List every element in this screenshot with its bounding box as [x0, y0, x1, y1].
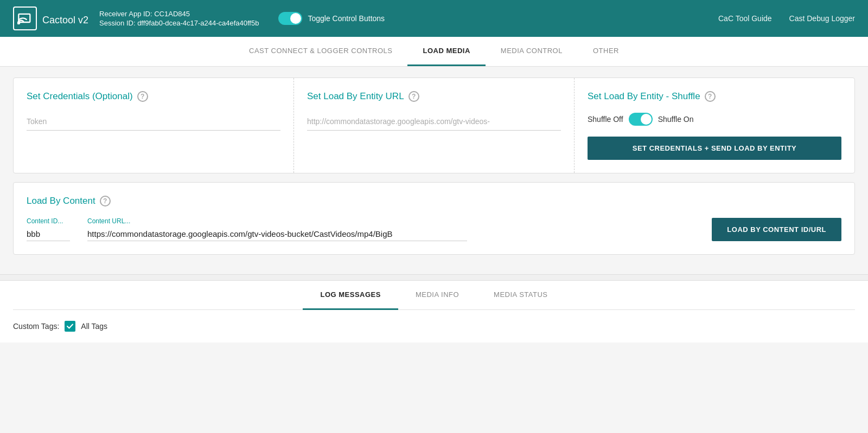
card-credentials: Set Credentials (Optional) ?: [14, 78, 294, 173]
shuffle-toggle[interactable]: [629, 113, 653, 126]
logo: Cactool v2: [13, 7, 88, 30]
load-entity-url-help-icon[interactable]: ?: [409, 91, 419, 102]
load-content-help-icon[interactable]: ?: [100, 196, 111, 206]
toggle-label: Toggle Control Buttons: [308, 14, 385, 23]
card-credentials-title: Set Credentials (Optional) ?: [27, 91, 280, 102]
toggle-switch[interactable]: [278, 12, 302, 25]
custom-tags-label: Custom Tags:: [13, 322, 59, 331]
header-nav: CaC Tool Guide Cast Debug Logger: [718, 14, 855, 23]
cast-icon: [13, 7, 37, 30]
cast-debug-logger-link[interactable]: Cast Debug Logger: [789, 14, 855, 23]
tab-media-control[interactable]: MEDIA CONTROL: [486, 37, 578, 66]
entity-url-input[interactable]: [307, 113, 561, 131]
section-divider: [0, 274, 868, 281]
session-id: Session ID: dff9fab0-dcea-4c17-a244-ca4e…: [99, 19, 259, 27]
content-id-group: Content ID... bbb: [27, 217, 70, 241]
content-id-label: Content ID...: [27, 217, 70, 225]
shuffle-off-label: Shuffle Off: [588, 115, 623, 124]
tab-media-info[interactable]: MEDIA INFO: [398, 281, 476, 310]
bottom-section: LOG MESSAGES MEDIA INFO MEDIA STATUS Cus…: [0, 281, 868, 342]
receiver-app-id: Receiver App ID: CC1AD845: [99, 10, 259, 18]
tab-cast-connect[interactable]: CAST CONNECT & LOGGER CONTROLS: [234, 37, 407, 66]
main-tabs-bar: CAST CONNECT & LOGGER CONTROLS LOAD MEDI…: [0, 37, 868, 67]
content-url-value[interactable]: https://commondatastorage.googleapis.com…: [87, 227, 467, 241]
tab-load-media[interactable]: LOAD MEDIA: [407, 37, 485, 66]
set-credentials-send-load-button[interactable]: SET CREDENTIALS + SEND LOAD BY ENTITY: [588, 137, 841, 160]
card-load-entity-shuffle-title: Set Load By Entity - Shuffle ?: [588, 91, 841, 102]
logo-text: Cactool v2: [42, 10, 88, 27]
tab-media-status[interactable]: MEDIA STATUS: [476, 281, 565, 310]
main-content: Set Credentials (Optional) ? Set Load By…: [0, 67, 868, 274]
load-content-title: Load By Content ?: [27, 196, 841, 206]
bottom-tabs-bar: LOG MESSAGES MEDIA INFO MEDIA STATUS: [13, 281, 855, 310]
app-header: Cactool v2 Receiver App ID: CC1AD845 Ses…: [0, 0, 868, 37]
load-entity-shuffle-help-icon[interactable]: ?: [705, 91, 716, 102]
all-tags-label: All Tags: [81, 322, 107, 331]
tab-log-messages[interactable]: LOG MESSAGES: [303, 281, 398, 310]
tab-other[interactable]: OTHER: [578, 37, 634, 66]
token-input[interactable]: [27, 113, 280, 131]
toggle-control[interactable]: Toggle Control Buttons: [278, 12, 385, 25]
shuffle-row: Shuffle Off Shuffle On: [588, 113, 841, 126]
content-id-value[interactable]: bbb: [27, 227, 70, 241]
load-content-card: Load By Content ? Content ID... bbb Cont…: [13, 182, 855, 255]
cac-tool-guide-link[interactable]: CaC Tool Guide: [718, 14, 772, 23]
card-load-entity-url: Set Load By Entity URL ?: [294, 78, 575, 173]
load-content-fields: Content ID... bbb Content URL... https:/…: [27, 217, 841, 241]
card-load-entity-shuffle: Set Load By Entity - Shuffle ? Shuffle O…: [575, 78, 854, 173]
content-url-label: Content URL...: [87, 217, 694, 225]
session-info: Receiver App ID: CC1AD845 Session ID: df…: [99, 10, 259, 27]
all-tags-checkbox[interactable]: [65, 321, 75, 332]
svg-point-1: [18, 22, 20, 24]
load-by-content-button[interactable]: LOAD BY CONTENT ID/URL: [712, 218, 841, 241]
cards-row: Set Credentials (Optional) ? Set Load By…: [13, 77, 855, 173]
card-load-entity-url-title: Set Load By Entity URL ?: [307, 91, 561, 102]
credentials-help-icon[interactable]: ?: [137, 91, 148, 102]
content-url-group: Content URL... https://commondatastorage…: [87, 217, 694, 241]
shuffle-on-label: Shuffle On: [658, 115, 694, 124]
custom-tags-row: Custom Tags: All Tags: [13, 310, 855, 342]
